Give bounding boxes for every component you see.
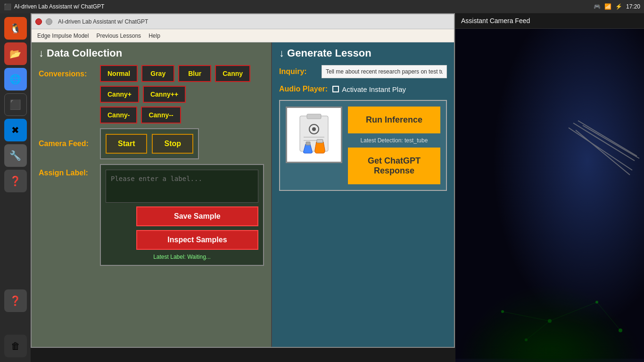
label-input[interactable]	[106, 170, 258, 203]
camera-feed-title: Assistant Camera Feed	[455, 13, 644, 29]
svg-rect-1	[307, 114, 321, 119]
audio-label: Audio Player:	[279, 85, 328, 93]
camera-feed-panel: Assistant Camera Feed	[455, 13, 644, 362]
inspect-samples-button[interactable]: Inspect Samples	[136, 230, 258, 250]
nvidia-logo: 🎮	[594, 3, 601, 10]
menu-edge-impulse[interactable]: Edge Impulse Model	[37, 33, 89, 39]
start-button[interactable]: Start	[106, 134, 147, 154]
inquiry-section: Inquiry:	[279, 65, 447, 78]
neural-bg	[455, 283, 644, 362]
activate-instant-play-label: Activate Instant Play	[342, 85, 406, 93]
wifi-icon: 📶	[604, 3, 611, 10]
conv-btn-canny-plus[interactable]: Canny+	[100, 86, 139, 103]
conversion-buttons: Normal Gray Blur Canny Canny+ Canny++ Ca…	[100, 65, 250, 123]
lab-icon	[290, 111, 338, 158]
assign-label: Assign Label:	[39, 164, 100, 177]
latest-label-status: Latest Label: Waiting...	[106, 254, 258, 260]
close-button[interactable]	[35, 18, 42, 25]
generate-lesson-title: ↓ Generate Lesson	[279, 47, 447, 59]
left-panel: ↓ Data Collection Conversions: Normal Gr…	[32, 42, 272, 347]
svg-rect-6	[306, 142, 310, 145]
inference-buttons: Run Inference Latest Detection: test_tub…	[348, 107, 440, 184]
taskbar-app-title: AI-driven Lab Assistant w/ ChatGPT	[14, 3, 104, 10]
taskbar-left: ⬛ AI-driven Lab Assistant w/ ChatGPT	[4, 3, 104, 10]
camera-label: Camera Feed:	[39, 140, 100, 148]
camera-section: Camera Feed: Start Stop	[39, 128, 264, 159]
save-sample-button[interactable]: Save Sample	[136, 206, 258, 226]
inquiry-input[interactable]	[322, 65, 447, 78]
data-collection-title: ↓ Data Collection	[39, 47, 264, 59]
sidebar-icon-vscode[interactable]: ✖	[4, 119, 27, 141]
conversions-section: Conversions: Normal Gray Blur Canny Cann…	[39, 65, 264, 123]
app-window: AI-driven Lab Assistant w/ ChatGPT Edge …	[31, 13, 455, 348]
sidebar-icon-trash[interactable]: 🗑	[4, 335, 27, 357]
conv-btn-canny-minus[interactable]: Canny-	[100, 107, 137, 123]
instant-play-checkbox[interactable]	[332, 86, 339, 92]
conv-row-2: Canny+ Canny++	[100, 86, 250, 103]
conv-btn-gray[interactable]: Gray	[141, 65, 174, 82]
conv-btn-canny-minus-minus[interactable]: Canny--	[141, 107, 181, 123]
sidebar-icon-terminal[interactable]: ⬛	[4, 93, 27, 116]
conv-row-1: Normal Gray Blur Canny	[100, 65, 250, 82]
sidebar-icon-help2[interactable]: ❓	[4, 289, 27, 312]
main-content: ↓ Data Collection Conversions: Normal Gr…	[32, 42, 454, 347]
assign-box: Save Sample Inspect Samples Latest Label…	[100, 164, 264, 266]
audio-section: Audio Player: Activate Instant Play	[279, 85, 447, 93]
sidebar-icon-help[interactable]: ❓	[4, 170, 27, 192]
menu-help[interactable]: Help	[149, 33, 160, 39]
run-inference-button[interactable]: Run Inference	[348, 107, 440, 133]
conv-row-3: Canny- Canny--	[100, 107, 250, 123]
taskbar: ⬛ AI-driven Lab Assistant w/ ChatGPT 🎮 📶…	[0, 0, 644, 13]
svg-point-3	[312, 127, 316, 131]
svg-rect-7	[317, 140, 323, 143]
conv-btn-canny[interactable]: Canny	[215, 65, 250, 82]
get-chatgpt-response-button[interactable]: Get ChatGPT Response	[348, 148, 440, 184]
nvidia-icon: ⬛	[4, 3, 11, 10]
taskbar-right: 🎮 📶 ⚡ 17:20	[594, 3, 640, 10]
conv-btn-canny-plus-plus[interactable]: Canny++	[143, 86, 186, 103]
camera-controls: Start Stop	[100, 128, 199, 159]
title-bar: AI-driven Lab Assistant w/ ChatGPT	[32, 14, 454, 29]
conversions-label: Conversions:	[39, 65, 100, 78]
stop-button[interactable]: Stop	[152, 134, 193, 154]
sidebar-icon-files[interactable]: 📂	[4, 42, 27, 65]
inference-area: Run Inference Latest Detection: test_tub…	[279, 100, 447, 191]
sidebar: 🐧 📂 🌐 ⬛ ✖ 🔧 ❓ ❓ 🗑	[0, 13, 31, 362]
right-panel: ↓ Generate Lesson Inquiry: Audio Player:…	[272, 42, 454, 347]
menu-bar: Edge Impulse Model Previous Lessons Help	[32, 29, 454, 42]
window-title: AI-driven Lab Assistant w/ ChatGPT	[58, 18, 148, 25]
sidebar-icon-settings[interactable]: 🔧	[4, 144, 27, 167]
conv-btn-normal[interactable]: Normal	[100, 65, 138, 82]
conv-btn-blur[interactable]: Blur	[178, 65, 211, 82]
clock: 17:20	[626, 3, 640, 10]
assign-section: Assign Label: Save Sample Inspect Sample…	[39, 164, 264, 266]
camera-feed-image	[455, 29, 644, 362]
lab-icon-container	[286, 107, 342, 163]
inquiry-label: Inquiry:	[279, 67, 317, 76]
minimize-button[interactable]	[46, 18, 52, 25]
sidebar-icon-ubuntu[interactable]: 🐧	[4, 17, 27, 40]
bluetooth-icon: ⚡	[615, 3, 622, 10]
menu-previous-lessons[interactable]: Previous Lessons	[96, 33, 141, 39]
sidebar-icon-chrome[interactable]: 🌐	[4, 68, 27, 90]
latest-detection: Latest Detection: test_tube	[348, 137, 440, 144]
activate-instant-play[interactable]: Activate Instant Play	[332, 85, 406, 93]
